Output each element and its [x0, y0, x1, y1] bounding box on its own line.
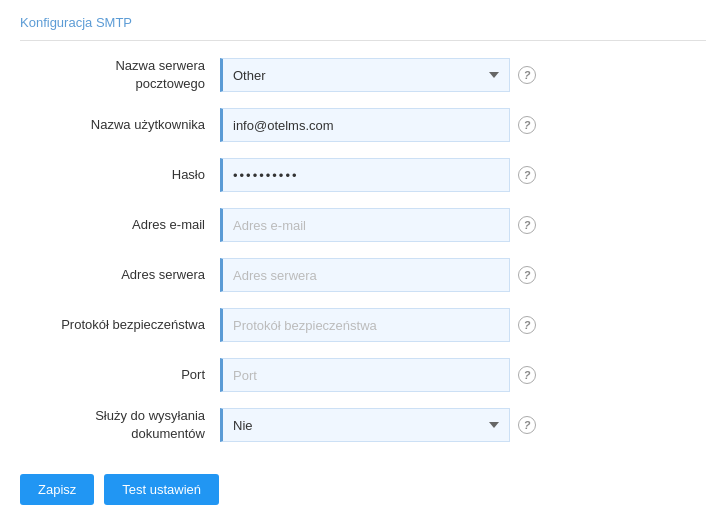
- label-nazwa-serwera: Nazwa serwerapocztowego: [20, 57, 220, 93]
- input-port[interactable]: [220, 358, 510, 392]
- help-icon-nazwa-serwera[interactable]: ?: [518, 66, 536, 84]
- save-button[interactable]: Zapisz: [20, 474, 94, 505]
- help-icon-haslo[interactable]: ?: [518, 166, 536, 184]
- select-nazwa-serwera[interactable]: Other Gmail Yahoo Outlook Custom: [220, 58, 510, 92]
- field-wrapper-sluzy: Nie Tak ?: [220, 408, 706, 442]
- label-adres-email: Adres e-mail: [20, 216, 220, 234]
- field-wrapper-adres-serwera: ?: [220, 258, 706, 292]
- help-icon-adres-serwera[interactable]: ?: [518, 266, 536, 284]
- field-row-nazwa-serwera: Nazwa serwerapocztowego Other Gmail Yaho…: [20, 56, 706, 94]
- help-icon-adres-email[interactable]: ?: [518, 216, 536, 234]
- help-icon-port[interactable]: ?: [518, 366, 536, 384]
- field-row-nazwa-uzytkownika: Nazwa użytkownika ?: [20, 106, 706, 144]
- field-wrapper-port: ?: [220, 358, 706, 392]
- field-row-protokol: Protokół bezpieczeństwa ?: [20, 306, 706, 344]
- field-row-adres-serwera: Adres serwera ?: [20, 256, 706, 294]
- field-row-sluzy: Służy do wysyłaniadokumentów Nie Tak ?: [20, 406, 706, 444]
- label-adres-serwera: Adres serwera: [20, 266, 220, 284]
- test-button[interactable]: Test ustawień: [104, 474, 219, 505]
- field-row-adres-email: Adres e-mail ?: [20, 206, 706, 244]
- help-icon-protokol[interactable]: ?: [518, 316, 536, 334]
- label-haslo: Hasło: [20, 166, 220, 184]
- smtp-form: Nazwa serwerapocztowego Other Gmail Yaho…: [20, 56, 706, 505]
- field-row-haslo: Hasło ?: [20, 156, 706, 194]
- field-wrapper-nazwa-serwera: Other Gmail Yahoo Outlook Custom ?: [220, 58, 706, 92]
- field-row-port: Port ?: [20, 356, 706, 394]
- label-protokol: Protokół bezpieczeństwa: [20, 316, 220, 334]
- help-icon-nazwa-uzytkownika[interactable]: ?: [518, 116, 536, 134]
- label-port: Port: [20, 366, 220, 384]
- input-adres-email[interactable]: [220, 208, 510, 242]
- field-wrapper-protokol: ?: [220, 308, 706, 342]
- input-protokol[interactable]: [220, 308, 510, 342]
- field-wrapper-haslo: ?: [220, 158, 706, 192]
- button-row: Zapisz Test ustawień: [20, 464, 706, 505]
- page-title: Konfiguracja SMTP: [20, 15, 706, 41]
- input-adres-serwera[interactable]: [220, 258, 510, 292]
- input-nazwa-uzytkownika[interactable]: [220, 108, 510, 142]
- field-wrapper-nazwa-uzytkownika: ?: [220, 108, 706, 142]
- page-container: Konfiguracja SMTP Nazwa serwerapocztoweg…: [0, 0, 726, 518]
- label-nazwa-uzytkownika: Nazwa użytkownika: [20, 116, 220, 134]
- label-sluzy: Służy do wysyłaniadokumentów: [20, 407, 220, 443]
- field-wrapper-adres-email: ?: [220, 208, 706, 242]
- select-sluzy[interactable]: Nie Tak: [220, 408, 510, 442]
- help-icon-sluzy[interactable]: ?: [518, 416, 536, 434]
- input-haslo[interactable]: [220, 158, 510, 192]
